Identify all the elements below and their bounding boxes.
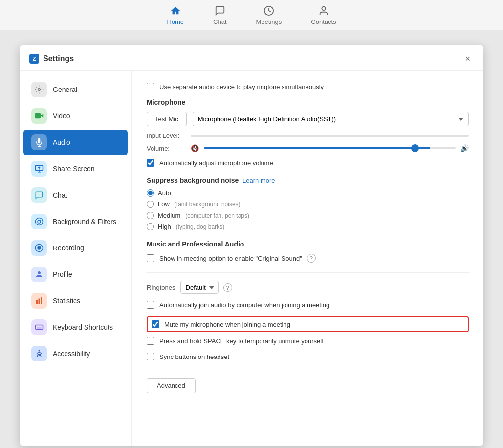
chat-icon bbox=[214, 5, 226, 17]
contacts-icon bbox=[318, 5, 329, 17]
sidebar-item-video[interactable]: Video bbox=[23, 103, 128, 129]
zoom-logo: Z bbox=[29, 54, 39, 64]
share-screen-icon bbox=[31, 161, 47, 177]
volume-min-icon: 🔇 bbox=[191, 144, 199, 152]
suppress-section: Suppress background noise Learn more Aut… bbox=[147, 177, 469, 230]
nav-contacts[interactable]: Contacts bbox=[306, 2, 341, 28]
volume-slider[interactable] bbox=[204, 147, 456, 149]
mute-highlighted-row: Mute my microphone when joining a meetin… bbox=[147, 316, 469, 332]
microphone-row: Test Mic Microphone (Realtek High Defini… bbox=[147, 112, 469, 126]
settings-dialog: Z Settings × General bbox=[20, 45, 483, 446]
auto-adjust-row: Automatically adjust microphone volume bbox=[147, 159, 469, 167]
microphone-section-label: Microphone bbox=[147, 98, 469, 106]
sidebar-share-screen-label: Share Screen bbox=[53, 165, 95, 173]
original-sound-row: Show in-meeting option to enable "Origin… bbox=[147, 254, 469, 263]
sidebar: General Video bbox=[20, 71, 132, 446]
noise-auto-radio[interactable] bbox=[147, 189, 154, 197]
accessibility-icon bbox=[31, 346, 47, 361]
sidebar-accessibility-label: Accessibility bbox=[53, 350, 90, 358]
auto-join-row: Automatically join audio by computer whe… bbox=[147, 301, 469, 309]
svg-rect-15 bbox=[39, 299, 40, 304]
microphone-section: Microphone Test Mic Microphone (Realtek … bbox=[147, 98, 469, 167]
sidebar-recording-label: Recording bbox=[53, 244, 84, 252]
svg-rect-14 bbox=[36, 300, 38, 304]
ringtones-label: Ringtones bbox=[147, 284, 175, 291]
sidebar-item-general[interactable]: General bbox=[23, 77, 128, 102]
sidebar-profile-label: Profile bbox=[53, 270, 72, 278]
home-icon bbox=[170, 5, 181, 17]
sidebar-item-profile[interactable]: Profile bbox=[23, 262, 128, 287]
sidebar-item-background[interactable]: Background & Filters bbox=[23, 209, 128, 234]
sidebar-statistics-label: Statistics bbox=[53, 297, 80, 305]
ringtones-select[interactable]: Default bbox=[180, 281, 219, 294]
mute-label: Mute my microphone when joining a meetin… bbox=[164, 321, 290, 328]
test-mic-button[interactable]: Test Mic bbox=[147, 112, 187, 126]
sidebar-item-statistics[interactable]: Statistics bbox=[23, 288, 128, 314]
press-space-label: Press and hold SPACE key to temporarily … bbox=[159, 337, 324, 345]
mute-checkbox[interactable] bbox=[152, 320, 159, 328]
original-sound-checkbox[interactable] bbox=[147, 254, 154, 262]
auto-adjust-checkbox[interactable] bbox=[147, 159, 154, 167]
keyboard-icon bbox=[31, 319, 47, 335]
sidebar-chat-label: Chat bbox=[53, 191, 67, 199]
sync-headset-checkbox[interactable] bbox=[147, 353, 154, 360]
nav-chat-label: Chat bbox=[213, 18, 226, 25]
sidebar-item-share-screen[interactable]: Share Screen bbox=[23, 156, 128, 181]
noise-medium-option: Medium (computer fan, pen taps) bbox=[147, 212, 469, 219]
input-level-row: Input Level: bbox=[147, 132, 469, 139]
ringtone-label: Use separate audio device to play ringto… bbox=[159, 83, 324, 90]
nav-home[interactable]: Home bbox=[162, 2, 189, 28]
recording-icon bbox=[31, 240, 47, 256]
svg-rect-16 bbox=[41, 297, 42, 304]
noise-medium-radio[interactable] bbox=[147, 212, 154, 219]
press-space-row: Press and hold SPACE key to temporarily … bbox=[147, 337, 469, 345]
svg-point-1 bbox=[322, 6, 325, 10]
auto-join-checkbox[interactable] bbox=[147, 301, 154, 309]
sidebar-item-keyboard[interactable]: Keyboard Shortcuts bbox=[23, 314, 128, 340]
noise-low-radio[interactable] bbox=[147, 201, 154, 208]
sidebar-video-label: Video bbox=[53, 112, 70, 120]
music-section-label: Music and Professional Audio bbox=[147, 240, 469, 248]
chat-sidebar-icon bbox=[31, 187, 47, 203]
svg-point-10 bbox=[36, 218, 43, 225]
sidebar-item-accessibility[interactable]: Accessibility bbox=[23, 341, 128, 366]
statistics-icon bbox=[31, 293, 47, 309]
svg-point-13 bbox=[38, 246, 41, 249]
advanced-button[interactable]: Advanced bbox=[147, 378, 196, 393]
meetings-icon bbox=[263, 5, 275, 17]
close-button[interactable]: × bbox=[462, 53, 474, 65]
dialog-title: Z Settings bbox=[29, 54, 74, 64]
press-space-checkbox[interactable] bbox=[147, 337, 154, 345]
music-section: Music and Professional Audio Show in-mee… bbox=[147, 240, 469, 263]
sidebar-item-audio[interactable]: Audio bbox=[23, 130, 128, 155]
ringtone-checkbox-row: Use separate audio device to play ringto… bbox=[147, 83, 469, 90]
background-icon bbox=[31, 214, 47, 229]
sidebar-keyboard-label: Keyboard Shortcuts bbox=[53, 323, 113, 331]
nav-meetings[interactable]: Meetings bbox=[251, 2, 287, 28]
profile-icon bbox=[31, 267, 47, 282]
volume-row: Volume: 🔇 🔊 bbox=[147, 144, 469, 152]
sync-headset-label: Sync buttons on headset bbox=[159, 353, 229, 360]
sidebar-general-label: General bbox=[53, 86, 77, 93]
general-icon bbox=[31, 82, 47, 97]
input-level-bar bbox=[191, 135, 469, 137]
volume-max-icon: 🔊 bbox=[460, 144, 469, 152]
ringtone-checkbox[interactable] bbox=[147, 83, 154, 90]
content-area: Use separate audio device to play ringto… bbox=[132, 71, 483, 446]
noise-low-option: Low (faint background noises) bbox=[147, 201, 469, 208]
sidebar-item-recording[interactable]: Recording bbox=[23, 235, 128, 261]
microphone-device-select[interactable]: Microphone (Realtek High Definition Audi… bbox=[193, 112, 469, 126]
original-sound-help-icon[interactable]: ? bbox=[307, 254, 316, 263]
ringtones-help-icon[interactable]: ? bbox=[223, 283, 232, 292]
suppress-title: Suppress background noise Learn more bbox=[147, 177, 469, 184]
nav-chat[interactable]: Chat bbox=[208, 2, 231, 28]
sidebar-background-label: Background & Filters bbox=[53, 218, 116, 225]
sidebar-item-chat[interactable]: Chat bbox=[23, 182, 128, 208]
nav-contacts-label: Contacts bbox=[311, 18, 336, 25]
noise-high-option: High (typing, dog barks) bbox=[147, 223, 469, 230]
learn-more-link[interactable]: Learn more bbox=[242, 177, 275, 184]
input-level-label: Input Level: bbox=[147, 132, 186, 139]
nav-meetings-label: Meetings bbox=[256, 18, 282, 25]
sidebar-audio-label: Audio bbox=[53, 138, 70, 146]
noise-high-radio[interactable] bbox=[147, 223, 154, 230]
